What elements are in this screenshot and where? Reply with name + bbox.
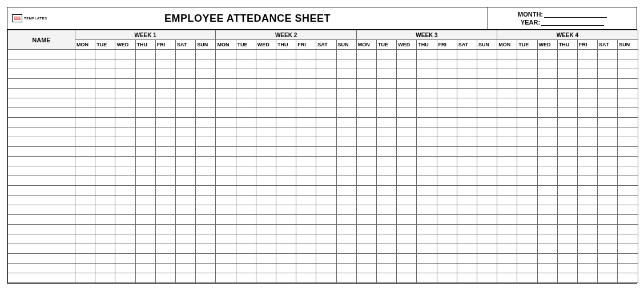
attendance-cell[interactable] [236,147,256,157]
attendance-cell[interactable] [356,205,376,215]
attendance-cell[interactable] [598,157,618,166]
attendance-cell[interactable] [577,118,597,127]
attendance-cell[interactable] [256,127,276,137]
attendance-cell[interactable] [75,137,95,147]
attendance-cell[interactable] [557,147,577,157]
attendance-cell[interactable] [196,127,216,137]
attendance-cell[interactable] [135,89,155,98]
attendance-cell[interactable] [457,108,477,118]
attendance-cell[interactable] [618,127,638,137]
attendance-cell[interactable] [296,157,316,166]
attendance-cell[interactable] [598,176,618,186]
attendance-cell[interactable] [175,196,195,205]
attendance-cell[interactable] [618,244,638,254]
attendance-cell[interactable] [477,273,497,283]
attendance-cell[interactable] [316,215,336,225]
name-cell[interactable] [8,98,75,108]
attendance-cell[interactable] [397,215,417,225]
attendance-cell[interactable] [577,89,597,98]
attendance-cell[interactable] [336,166,356,176]
attendance-cell[interactable] [216,127,236,137]
name-cell[interactable] [8,108,75,118]
attendance-cell[interactable] [135,118,155,127]
attendance-cell[interactable] [75,205,95,215]
attendance-cell[interactable] [336,79,356,89]
attendance-cell[interactable] [336,157,356,166]
attendance-cell[interactable] [618,147,638,157]
attendance-cell[interactable] [517,234,537,244]
attendance-cell[interactable] [497,244,517,254]
attendance-cell[interactable] [517,98,537,108]
attendance-cell[interactable] [296,147,316,157]
attendance-cell[interactable] [376,89,396,98]
attendance-cell[interactable] [376,186,396,196]
attendance-cell[interactable] [477,127,497,137]
attendance-cell[interactable] [135,234,155,244]
attendance-cell[interactable] [376,157,396,166]
attendance-cell[interactable] [557,89,577,98]
attendance-cell[interactable] [557,137,577,147]
attendance-cell[interactable] [115,59,135,69]
attendance-cell[interactable] [115,166,135,176]
name-cell[interactable] [8,215,75,225]
attendance-cell[interactable] [336,273,356,283]
attendance-cell[interactable] [598,234,618,244]
attendance-cell[interactable] [457,244,477,254]
attendance-cell[interactable] [135,59,155,69]
attendance-cell[interactable] [557,234,577,244]
attendance-cell[interactable] [376,59,396,69]
attendance-cell[interactable] [356,264,376,273]
attendance-cell[interactable] [618,273,638,283]
attendance-cell[interactable] [336,98,356,108]
attendance-cell[interactable] [256,244,276,254]
attendance-cell[interactable] [497,50,517,59]
attendance-cell[interactable] [216,118,236,127]
attendance-cell[interactable] [296,127,316,137]
attendance-cell[interactable] [175,79,195,89]
attendance-cell[interactable] [276,186,296,196]
attendance-cell[interactable] [296,166,316,176]
attendance-cell[interactable] [256,205,276,215]
attendance-cell[interactable] [135,254,155,264]
attendance-cell[interactable] [557,264,577,273]
attendance-cell[interactable] [477,147,497,157]
attendance-cell[interactable] [256,264,276,273]
attendance-cell[interactable] [256,234,276,244]
attendance-cell[interactable] [256,79,276,89]
attendance-cell[interactable] [417,176,437,186]
attendance-cell[interactable] [376,225,396,234]
attendance-cell[interactable] [376,205,396,215]
attendance-cell[interactable] [296,59,316,69]
attendance-cell[interactable] [276,225,296,234]
attendance-cell[interactable] [397,98,417,108]
attendance-cell[interactable] [537,59,557,69]
attendance-cell[interactable] [477,196,497,205]
attendance-cell[interactable] [196,225,216,234]
attendance-cell[interactable] [557,176,577,186]
attendance-cell[interactable] [276,264,296,273]
attendance-cell[interactable] [216,273,236,283]
attendance-cell[interactable] [316,186,336,196]
attendance-cell[interactable] [256,273,276,283]
attendance-cell[interactable] [155,215,175,225]
attendance-cell[interactable] [557,215,577,225]
attendance-cell[interactable] [557,186,577,196]
attendance-cell[interactable] [517,196,537,205]
attendance-cell[interactable] [115,215,135,225]
name-cell[interactable] [8,147,75,157]
attendance-cell[interactable] [537,196,557,205]
attendance-cell[interactable] [397,137,417,147]
attendance-cell[interactable] [216,157,236,166]
attendance-cell[interactable] [236,98,256,108]
attendance-cell[interactable] [417,166,437,176]
attendance-cell[interactable] [75,50,95,59]
attendance-cell[interactable] [316,137,336,147]
attendance-cell[interactable] [236,118,256,127]
attendance-cell[interactable] [316,59,336,69]
attendance-cell[interactable] [437,225,457,234]
attendance-cell[interactable] [175,89,195,98]
attendance-cell[interactable] [618,186,638,196]
attendance-cell[interactable] [557,244,577,254]
name-cell[interactable] [8,79,75,89]
name-cell[interactable] [8,118,75,127]
